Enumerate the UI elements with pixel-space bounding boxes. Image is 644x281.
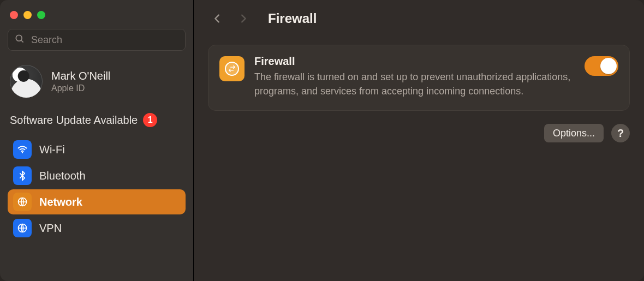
sidebar-item-network[interactable]: Network xyxy=(8,189,186,214)
maximize-window-button[interactable] xyxy=(37,11,45,19)
vpn-icon xyxy=(13,219,32,237)
sidebar-item-wifi[interactable]: Wi-Fi xyxy=(8,137,186,162)
wifi-icon xyxy=(13,140,32,159)
sidebar-item-bluetooth[interactable]: Bluetooth xyxy=(8,163,186,188)
minimize-window-button[interactable] xyxy=(23,11,32,19)
page-title: Firewall xyxy=(268,11,317,26)
globe-icon xyxy=(13,193,32,211)
sidebar-item-vpn[interactable]: VPN xyxy=(8,216,186,241)
account-text: Mark O'Neill Apple ID xyxy=(51,70,110,93)
main-pane: Firewall Firewall The firewall is turned… xyxy=(194,0,644,281)
window-controls xyxy=(8,9,186,29)
toggle-knob xyxy=(600,58,617,74)
firewall-toggle[interactable] xyxy=(585,56,618,76)
firewall-card: Firewall The firewall is turned on and s… xyxy=(208,45,630,111)
svg-point-2 xyxy=(22,152,23,153)
firewall-card-title: Firewall xyxy=(254,55,575,68)
bluetooth-icon xyxy=(13,166,32,185)
back-button[interactable] xyxy=(210,11,224,26)
forward-button[interactable] xyxy=(236,11,251,26)
actions-row: Options... ? xyxy=(208,124,630,142)
account-name: Mark O'Neill xyxy=(51,70,110,82)
search-input[interactable] xyxy=(8,29,186,51)
firewall-icon xyxy=(219,56,245,81)
titlebar: Firewall xyxy=(208,11,630,26)
sidebar-item-label: Wi-Fi xyxy=(39,144,65,156)
svg-line-1 xyxy=(21,40,23,43)
sidebar-item-label: VPN xyxy=(39,222,62,235)
close-window-button[interactable] xyxy=(10,11,18,19)
search-icon xyxy=(14,33,25,46)
software-update-row[interactable]: Software Update Available 1 xyxy=(8,110,186,137)
firewall-card-body: Firewall The firewall is turned on and s… xyxy=(254,55,575,98)
account-subtitle: Apple ID xyxy=(51,83,110,93)
sidebar-item-label: Bluetooth xyxy=(39,170,86,182)
options-button[interactable]: Options... xyxy=(544,124,604,142)
software-update-label: Software Update Available xyxy=(10,114,138,127)
svg-point-0 xyxy=(16,35,22,41)
update-count-badge: 1 xyxy=(143,113,157,127)
account-row[interactable]: Mark O'Neill Apple ID xyxy=(8,63,186,110)
firewall-card-description: The firewall is turned on and set up to … xyxy=(254,70,571,98)
help-button[interactable]: ? xyxy=(611,124,630,142)
sidebar-nav: Wi-Fi Bluetooth Network xyxy=(8,137,186,241)
avatar xyxy=(10,65,43,98)
sidebar-item-label: Network xyxy=(39,196,82,208)
sidebar: Mark O'Neill Apple ID Software Update Av… xyxy=(0,0,194,281)
search-field-wrap xyxy=(8,29,186,51)
